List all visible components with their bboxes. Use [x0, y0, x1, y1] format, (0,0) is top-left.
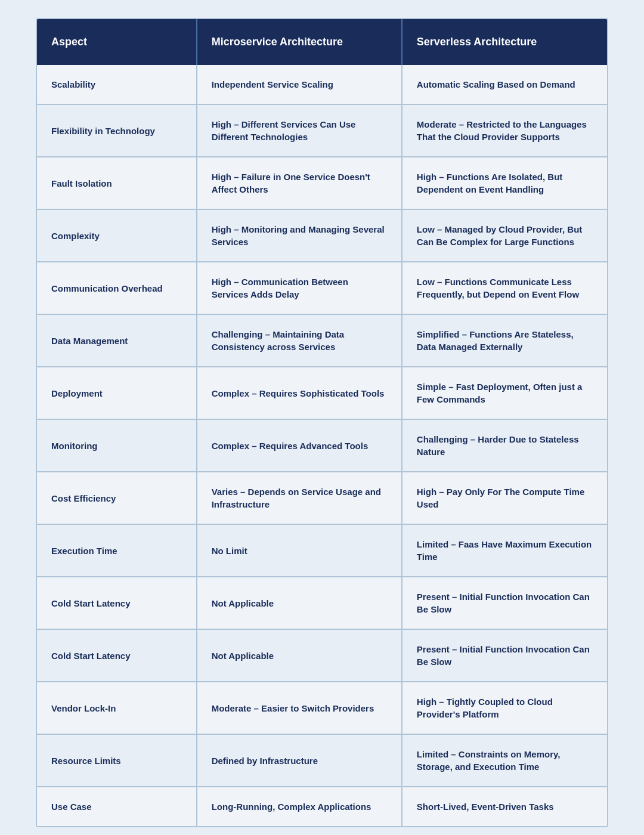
comparison-table-container: Aspect Microservice Architecture Serverl… — [36, 18, 608, 827]
table-row: Flexibility in TechnologyHigh – Differen… — [37, 104, 607, 157]
table-row: Execution TimeNo LimitLimited – Faas Hav… — [37, 524, 607, 577]
table-row: Use CaseLong-Running, Complex Applicatio… — [37, 787, 607, 826]
cell-microservice: Challenging – Maintaining Data Consisten… — [197, 314, 402, 367]
table-row: Vendor Lock-InModerate – Easier to Switc… — [37, 682, 607, 734]
table-row: ComplexityHigh – Monitoring and Managing… — [37, 209, 607, 262]
cell-microservice: Complex – Requires Advanced Tools — [197, 419, 402, 472]
cell-serverless: High – Tightly Coupled to Cloud Provider… — [402, 682, 607, 734]
cell-serverless: Low – Functions Communicate Less Frequen… — [402, 262, 607, 314]
table-header-row: Aspect Microservice Architecture Serverl… — [37, 19, 607, 65]
cell-serverless: Automatic Scaling Based on Demand — [402, 65, 607, 104]
cell-serverless: Simple – Fast Deployment, Often just a F… — [402, 367, 607, 419]
table-row: Resource LimitsDefined by Infrastructure… — [37, 734, 607, 787]
cell-aspect: Monitoring — [37, 419, 197, 472]
cell-microservice: Complex – Requires Sophisticated Tools — [197, 367, 402, 419]
header-microservice: Microservice Architecture — [197, 19, 402, 65]
table-row: MonitoringComplex – Requires Advanced To… — [37, 419, 607, 472]
table-row: Communication OverheadHigh – Communicati… — [37, 262, 607, 314]
cell-serverless: Present – Initial Function Invocation Ca… — [402, 629, 607, 682]
cell-microservice: Moderate – Easier to Switch Providers — [197, 682, 402, 734]
cell-microservice: Long-Running, Complex Applications — [197, 787, 402, 826]
cell-aspect: Cold Start Latency — [37, 629, 197, 682]
cell-aspect: Fault Isolation — [37, 157, 197, 209]
cell-aspect: Scalability — [37, 65, 197, 104]
cell-aspect: Cold Start Latency — [37, 577, 197, 629]
cell-microservice: Not Applicable — [197, 577, 402, 629]
table-row: DeploymentComplex – Requires Sophisticat… — [37, 367, 607, 419]
cell-microservice: Independent Service Scaling — [197, 65, 402, 104]
cell-aspect: Deployment — [37, 367, 197, 419]
cell-serverless: Limited – Faas Have Maximum Execution Ti… — [402, 524, 607, 577]
cell-aspect: Communication Overhead — [37, 262, 197, 314]
table-row: Data ManagementChallenging – Maintaining… — [37, 314, 607, 367]
cell-serverless: Moderate – Restricted to the Languages T… — [402, 104, 607, 157]
cell-microservice: Not Applicable — [197, 629, 402, 682]
cell-microservice: No Limit — [197, 524, 402, 577]
table-row: ScalabilityIndependent Service ScalingAu… — [37, 65, 607, 104]
cell-serverless: High – Functions Are Isolated, But Depen… — [402, 157, 607, 209]
cell-aspect: Data Management — [37, 314, 197, 367]
cell-serverless: High – Pay Only For The Compute Time Use… — [402, 472, 607, 524]
cell-serverless: Challenging – Harder Due to Stateless Na… — [402, 419, 607, 472]
cell-aspect: Flexibility in Technology — [37, 104, 197, 157]
cell-aspect: Resource Limits — [37, 734, 197, 787]
table-row: Fault IsolationHigh – Failure in One Ser… — [37, 157, 607, 209]
cell-microservice: High – Failure in One Service Doesn't Af… — [197, 157, 402, 209]
header-aspect: Aspect — [37, 19, 197, 65]
cell-serverless: Short-Lived, Event-Driven Tasks — [402, 787, 607, 826]
cell-serverless: Simplified – Functions Are Stateless, Da… — [402, 314, 607, 367]
table-row: Cold Start LatencyNot ApplicablePresent … — [37, 629, 607, 682]
cell-aspect: Cost Efficiency — [37, 472, 197, 524]
cell-serverless: Present – Initial Function Invocation Ca… — [402, 577, 607, 629]
cell-aspect: Execution Time — [37, 524, 197, 577]
cell-aspect: Vendor Lock-In — [37, 682, 197, 734]
cell-aspect: Complexity — [37, 209, 197, 262]
cell-aspect: Use Case — [37, 787, 197, 826]
table-row: Cold Start LatencyNot ApplicablePresent … — [37, 577, 607, 629]
cell-microservice: Varies – Depends on Service Usage and In… — [197, 472, 402, 524]
cell-serverless: Limited – Constraints on Memory, Storage… — [402, 734, 607, 787]
table-row: Cost EfficiencyVaries – Depends on Servi… — [37, 472, 607, 524]
header-serverless: Serverless Architecture — [402, 19, 607, 65]
cell-microservice: Defined by Infrastructure — [197, 734, 402, 787]
cell-serverless: Low – Managed by Cloud Provider, But Can… — [402, 209, 607, 262]
cell-microservice: High – Communication Between Services Ad… — [197, 262, 402, 314]
cell-microservice: High – Different Services Can Use Differ… — [197, 104, 402, 157]
cell-microservice: High – Monitoring and Managing Several S… — [197, 209, 402, 262]
comparison-table: Aspect Microservice Architecture Serverl… — [37, 19, 607, 826]
